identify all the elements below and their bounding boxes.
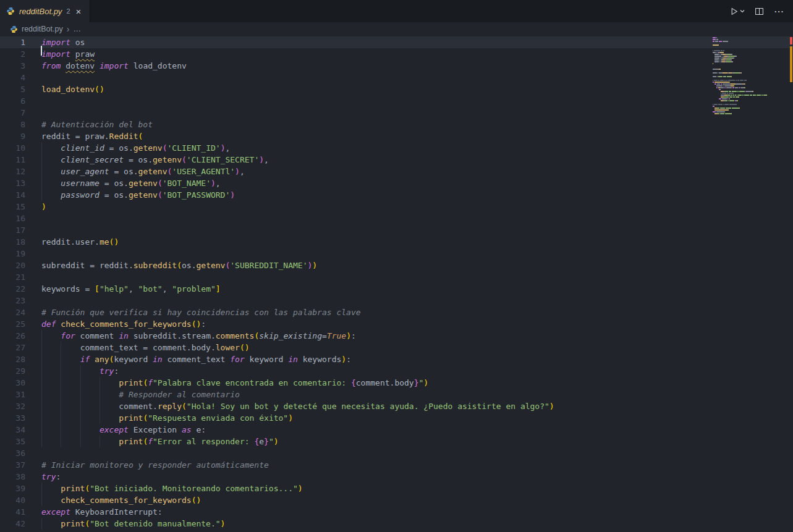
line-number: 23: [0, 295, 41, 306]
breadcrumb-more[interactable]: …: [73, 25, 81, 33]
code-line[interactable]: 36: [0, 447, 793, 459]
line-number: 1: [0, 36, 41, 48]
code-line[interactable]: 26 for comment in subreddit.stream.comme…: [0, 330, 793, 342]
line-number: 5: [0, 83, 41, 95]
code-line[interactable]: 39 print("Bot iniciado. Monitoreando com…: [0, 483, 793, 494]
code-line[interactable]: 37# Iniciar monitoreo y responder automá…: [0, 459, 793, 471]
code-line[interactable]: 32 comment.reply("Hola! Soy un bot y det…: [0, 400, 793, 412]
line-number: 36: [0, 447, 41, 459]
code-line[interactable]: 17: [0, 224, 793, 236]
breadcrumb[interactable]: redditBot.py › …: [0, 22, 793, 36]
line-number: 21: [0, 271, 41, 283]
tab-badge: 2: [66, 7, 70, 15]
code-line[interactable]: 38try:: [0, 471, 793, 483]
line-number: 24: [0, 306, 41, 318]
line-number: 6: [0, 95, 41, 107]
line-number: 28: [0, 353, 41, 365]
code-line[interactable]: 23: [0, 295, 793, 306]
line-number: 10: [0, 142, 41, 154]
code-line[interactable]: 16: [0, 213, 793, 224]
overview-ruler[interactable]: [784, 36, 793, 532]
ruler-warning-mark: [790, 46, 792, 82]
line-number: 26: [0, 330, 41, 342]
line-number: 13: [0, 177, 41, 189]
python-file-icon: [6, 7, 15, 15]
line-number: 37: [0, 459, 41, 471]
tab-redditbot-py[interactable]: redditBot.py 2 ×: [0, 0, 90, 22]
code-line[interactable]: 20subreddit = reddit.subreddit(os.getenv…: [0, 260, 793, 271]
code-line[interactable]: 24# Función que verifica si hay coincide…: [0, 306, 793, 318]
tab-label: redditBot.py: [19, 7, 62, 16]
more-actions-button[interactable]: ⋯: [774, 6, 784, 17]
line-number: 34: [0, 424, 41, 436]
line-number: 4: [0, 72, 41, 83]
line-number: 18: [0, 236, 41, 248]
code-line[interactable]: 8# Autenticación del bot: [0, 119, 793, 130]
code-line[interactable]: 18reddit.user.me(): [0, 236, 793, 248]
code-line[interactable]: 21: [0, 271, 793, 283]
line-number: 27: [0, 342, 41, 353]
code-line[interactable]: 35 print(f"Error al responder: {e}"): [0, 436, 793, 447]
line-number: 19: [0, 248, 41, 260]
tab-bar: redditBot.py 2 × ⋯: [0, 0, 793, 22]
line-number: 32: [0, 400, 41, 412]
line-number: 12: [0, 166, 41, 177]
breadcrumb-separator: ›: [67, 24, 70, 34]
chevron-down-icon: [740, 9, 745, 14]
code-line[interactable]: 42 print("Bot detenido manualmente."): [0, 518, 793, 530]
code-line[interactable]: 5load_dotenv(): [0, 83, 793, 95]
close-tab-icon[interactable]: ×: [75, 6, 83, 17]
line-number: 35: [0, 436, 41, 447]
code-line[interactable]: 9reddit = praw.Reddit(: [0, 130, 793, 142]
editor-actions: ⋯: [729, 0, 793, 22]
code-line[interactable]: 3from dotenv import load_dotenv: [0, 60, 793, 72]
code-line[interactable]: 27 comment_text = comment.body.lower(): [0, 342, 793, 353]
line-number: 9: [0, 130, 41, 142]
code-line[interactable]: 11 client_secret = os.getenv('CLIENT_SEC…: [0, 154, 793, 166]
code-line[interactable]: 14 password = os.getenv('BOT_PASSWORD'): [0, 189, 793, 201]
code-line[interactable]: 2import praw: [0, 48, 793, 60]
line-number: 16: [0, 213, 41, 224]
code-line[interactable]: 7: [0, 107, 793, 119]
minimap[interactable]: [713, 37, 782, 115]
code-line[interactable]: 30 print(f"Palabra clave encontrada en c…: [0, 377, 793, 389]
line-number: 25: [0, 318, 41, 330]
line-number: 15: [0, 201, 41, 213]
run-python-file-button[interactable]: [729, 7, 745, 16]
code-line[interactable]: 31 # Responder al comentario: [0, 389, 793, 400]
line-number: 40: [0, 494, 41, 506]
code-line[interactable]: 6: [0, 95, 793, 107]
line-number: 11: [0, 154, 41, 166]
code-line[interactable]: 40 check_comments_for_keywords(): [0, 494, 793, 506]
line-number: 29: [0, 365, 41, 377]
code-line[interactable]: 10 client_id = os.getenv('CLIENT_ID'),: [0, 142, 793, 154]
code-line[interactable]: 4: [0, 72, 793, 83]
code-line[interactable]: 41except KeyboardInterrupt:: [0, 506, 793, 518]
split-editor-icon: [755, 7, 764, 16]
line-number: 8: [0, 119, 41, 130]
ruler-warning-mark: [790, 37, 792, 44]
line-number: 38: [0, 471, 41, 483]
code-line[interactable]: 28 if any(keyword in comment_text for ke…: [0, 353, 793, 365]
code-line[interactable]: 12 user_agent = os.getenv('USER_AGENTl')…: [0, 166, 793, 177]
minimap-content: [713, 37, 782, 114]
line-number: 39: [0, 483, 41, 494]
code-line[interactable]: 1import os: [0, 36, 793, 48]
line-number: 20: [0, 260, 41, 271]
breadcrumb-file[interactable]: redditBot.py: [22, 25, 63, 33]
editor: 1import os2import praw3from dotenv impor…: [0, 36, 793, 532]
line-number: 30: [0, 377, 41, 389]
code-line[interactable]: 22keywords = ["help", "bot", "problem"]: [0, 283, 793, 295]
code-line[interactable]: 34 except Exception as e:: [0, 424, 793, 436]
line-number: 33: [0, 412, 41, 424]
line-number: 14: [0, 189, 41, 201]
line-number: 17: [0, 224, 41, 236]
code-line[interactable]: 15): [0, 201, 793, 213]
code-line[interactable]: 25def check_comments_for_keywords():: [0, 318, 793, 330]
python-file-icon: [10, 25, 18, 33]
code-line[interactable]: 29 try:: [0, 365, 793, 377]
split-editor-button[interactable]: [755, 7, 764, 16]
code-line[interactable]: 19: [0, 248, 793, 260]
code-line[interactable]: 13 username = os.getenv('BOT_NAME'),: [0, 177, 793, 189]
code-line[interactable]: 33 print("Respuesta enviada con éxito"): [0, 412, 793, 424]
